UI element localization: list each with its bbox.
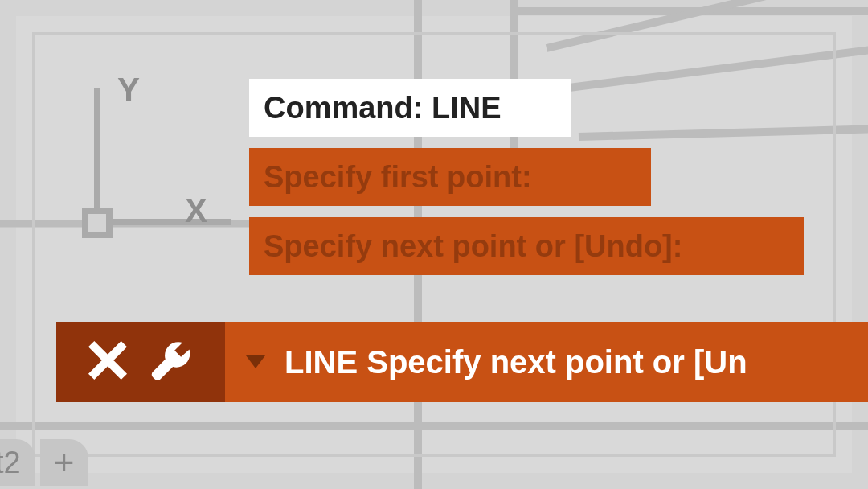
command-input-area[interactable]: LINE Specify next point or [Un <box>225 322 868 402</box>
add-layout-tab[interactable]: + <box>40 439 88 486</box>
ucs-origin-box <box>82 208 113 238</box>
command-prompt-2: Specify next point or [Undo]: <box>249 217 804 275</box>
layout-tabs: t2 + <box>0 436 93 489</box>
command-entry: Command: LINE <box>249 79 571 137</box>
ucs-icon: Y X <box>66 72 227 241</box>
command-input-text: LINE Specify next point or [Un <box>285 344 747 380</box>
layout-tab-2[interactable]: t2 <box>0 439 35 486</box>
command-history: Command: LINE Specify first point: Speci… <box>249 79 804 286</box>
command-line-bar[interactable]: LINE Specify next point or [Un <box>56 322 868 402</box>
chevron-down-icon[interactable] <box>246 355 265 368</box>
wrench-icon[interactable] <box>149 338 194 386</box>
ucs-y-label: Y <box>117 71 140 109</box>
ucs-x-label: X <box>185 191 207 230</box>
ucs-y-axis <box>94 88 100 225</box>
command-line-tools <box>56 322 225 402</box>
command-prompt-1: Specify first point: <box>249 148 651 206</box>
close-icon[interactable] <box>88 340 128 384</box>
ucs-x-axis <box>94 219 231 225</box>
